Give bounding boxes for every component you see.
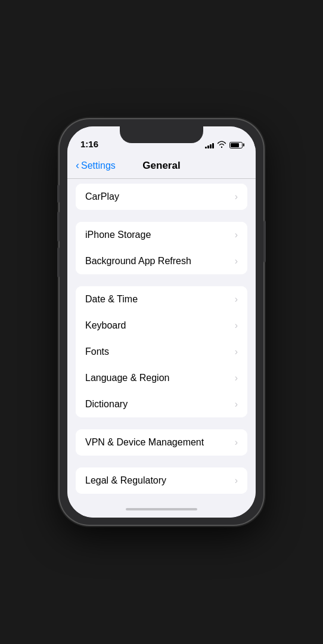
vpn-item[interactable]: VPN & Device Management › — [76, 429, 247, 456]
vpn-label: VPN & Device Management — [85, 437, 204, 448]
legal-item[interactable]: Legal & Regulatory › — [76, 467, 247, 494]
notch — [120, 126, 203, 143]
back-button[interactable]: ‹ Settings — [76, 159, 116, 172]
carplay-item[interactable]: CarPlay › — [76, 184, 247, 210]
iphone-storage-chevron-icon: › — [235, 230, 238, 240]
back-label: Settings — [81, 160, 116, 171]
keyboard-label: Keyboard — [85, 320, 126, 331]
date-time-item[interactable]: Date & Time › — [76, 286, 247, 312]
carplay-label: CarPlay — [85, 191, 119, 202]
keyboard-chevron-icon: › — [235, 320, 238, 331]
phone-frame: 1:16 — [60, 119, 263, 525]
dictionary-chevron-icon: › — [235, 399, 238, 410]
section-vpn: VPN & Device Management › — [67, 429, 256, 456]
carplay-group: CarPlay › — [76, 184, 247, 210]
legal-chevron-icon: › — [235, 475, 238, 486]
section-carplay: CarPlay › — [67, 184, 256, 210]
language-region-label: Language & Region — [85, 373, 169, 383]
iphone-storage-item[interactable]: iPhone Storage › — [76, 222, 247, 248]
storage-group: iPhone Storage › Background App Refresh … — [76, 222, 247, 274]
keyboard-item[interactable]: Keyboard › — [76, 312, 247, 339]
carplay-chevron-icon: › — [235, 191, 238, 202]
section-storage: iPhone Storage › Background App Refresh … — [67, 222, 256, 274]
phone-screen: 1:16 — [67, 126, 256, 518]
fonts-label: Fonts — [85, 346, 109, 357]
back-chevron-icon: ‹ — [76, 159, 79, 172]
date-time-label: Date & Time — [85, 294, 138, 305]
background-app-refresh-label: Background App Refresh — [85, 256, 191, 267]
carplay-right: › — [235, 191, 238, 202]
page-title: General — [142, 160, 180, 172]
dictionary-item[interactable]: Dictionary › — [76, 391, 247, 417]
vpn-group: VPN & Device Management › — [76, 429, 247, 456]
volume-down-button — [57, 247, 60, 277]
legal-group: Legal & Regulatory › — [76, 467, 247, 494]
status-time: 1:16 — [80, 139, 98, 149]
nav-bar: ‹ Settings General — [67, 153, 256, 179]
silent-switch — [57, 185, 60, 203]
language-region-item[interactable]: Language & Region › — [76, 365, 247, 391]
date-lang-group: Date & Time › Keyboard › Fonts — [76, 286, 247, 417]
language-region-chevron-icon: › — [235, 373, 238, 383]
signal-icon — [205, 141, 214, 148]
wifi-icon — [217, 141, 226, 149]
battery-icon — [229, 142, 243, 148]
home-bar — [126, 508, 197, 510]
status-icons — [205, 141, 243, 149]
home-indicator — [67, 501, 256, 518]
fonts-item[interactable]: Fonts › — [76, 339, 247, 365]
section-legal: Legal & Regulatory › — [67, 467, 256, 494]
section-date-lang: Date & Time › Keyboard › Fonts — [67, 286, 256, 417]
dictionary-label: Dictionary — [85, 399, 128, 410]
background-refresh-chevron-icon: › — [235, 256, 238, 267]
vpn-chevron-icon: › — [235, 437, 238, 448]
fonts-chevron-icon: › — [235, 346, 238, 357]
volume-up-button — [57, 212, 60, 242]
settings-content: CarPlay › iPhone Storage › — [67, 179, 256, 501]
date-time-chevron-icon: › — [235, 294, 238, 305]
legal-label: Legal & Regulatory — [85, 475, 166, 486]
iphone-storage-label: iPhone Storage — [85, 230, 151, 240]
background-app-refresh-item[interactable]: Background App Refresh › — [76, 248, 247, 274]
power-button — [263, 221, 266, 262]
